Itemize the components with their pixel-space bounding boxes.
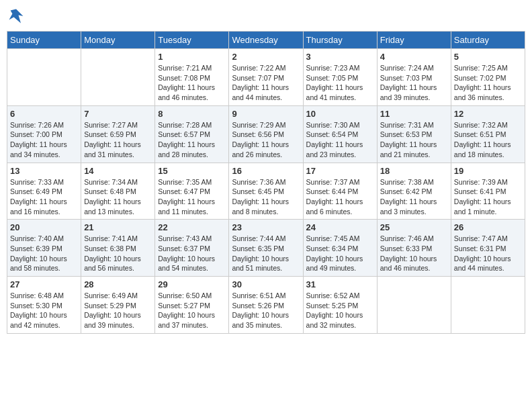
day-info: Sunrise: 7:43 AMSunset: 6:37 PMDaylight:… [158, 234, 226, 273]
calendar-cell: 6Sunrise: 7:26 AMSunset: 7:00 PMDaylight… [7, 105, 81, 163]
day-number: 11 [380, 109, 448, 119]
page-header [7, 7, 525, 26]
calendar-cell: 26Sunrise: 7:47 AMSunset: 6:31 PMDayligh… [451, 220, 525, 277]
day-number: 7 [84, 109, 152, 119]
day-info: Sunrise: 6:51 AMSunset: 5:26 PMDaylight:… [232, 291, 300, 330]
day-number: 27 [10, 279, 78, 289]
calendar-cell [7, 49, 81, 106]
day-number: 14 [84, 166, 152, 176]
day-info: Sunrise: 7:41 AMSunset: 6:38 PMDaylight:… [84, 234, 152, 273]
day-info: Sunrise: 7:30 AMSunset: 6:54 PMDaylight:… [306, 120, 374, 160]
calendar-cell: 3Sunrise: 7:23 AMSunset: 7:05 PMDaylight… [303, 49, 377, 106]
day-info: Sunrise: 7:45 AMSunset: 6:34 PMDaylight:… [306, 234, 374, 273]
calendar-cell: 29Sunrise: 6:50 AMSunset: 5:27 PMDayligh… [155, 277, 229, 334]
day-number: 30 [232, 279, 300, 289]
day-number: 22 [158, 222, 226, 232]
calendar-cell: 17Sunrise: 7:37 AMSunset: 6:44 PMDayligh… [303, 163, 377, 220]
day-info: Sunrise: 7:22 AMSunset: 7:07 PMDaylight:… [232, 63, 300, 103]
logo-bird-icon [7, 7, 26, 26]
day-header-sunday: Sunday [7, 32, 81, 49]
calendar-cell: 28Sunrise: 6:49 AMSunset: 5:29 PMDayligh… [81, 277, 155, 334]
day-info: Sunrise: 7:31 AMSunset: 6:53 PMDaylight:… [380, 120, 448, 160]
calendar-header-row: SundayMondayTuesdayWednesdayThursdayFrid… [7, 32, 525, 49]
calendar-cell: 31Sunrise: 6:52 AMSunset: 5:25 PMDayligh… [303, 277, 377, 334]
day-info: Sunrise: 7:29 AMSunset: 6:56 PMDaylight:… [232, 120, 300, 160]
day-number: 18 [380, 166, 448, 176]
svg-marker-0 [9, 9, 24, 24]
day-number: 9 [232, 109, 300, 119]
calendar-cell: 22Sunrise: 7:43 AMSunset: 6:37 PMDayligh… [155, 220, 229, 277]
calendar-cell: 2Sunrise: 7:22 AMSunset: 7:07 PMDaylight… [229, 49, 303, 106]
calendar-week-row: 1Sunrise: 7:21 AMSunset: 7:08 PMDaylight… [7, 49, 525, 106]
day-info: Sunrise: 7:33 AMSunset: 6:49 PMDaylight:… [10, 177, 78, 217]
calendar-cell: 12Sunrise: 7:32 AMSunset: 6:51 PMDayligh… [451, 105, 525, 163]
day-number: 5 [454, 52, 522, 62]
day-info: Sunrise: 7:21 AMSunset: 7:08 PMDaylight:… [158, 63, 226, 103]
day-info: Sunrise: 7:47 AMSunset: 6:31 PMDaylight:… [454, 234, 522, 273]
day-info: Sunrise: 7:25 AMSunset: 7:02 PMDaylight:… [454, 63, 522, 103]
calendar-cell: 20Sunrise: 7:40 AMSunset: 6:39 PMDayligh… [7, 220, 81, 277]
calendar-cell: 13Sunrise: 7:33 AMSunset: 6:49 PMDayligh… [7, 163, 81, 220]
calendar-cell: 15Sunrise: 7:35 AMSunset: 6:47 PMDayligh… [155, 163, 229, 220]
day-header-thursday: Thursday [303, 32, 377, 49]
day-header-wednesday: Wednesday [229, 32, 303, 49]
day-number: 8 [158, 109, 226, 119]
day-number: 29 [158, 279, 226, 289]
day-number: 6 [10, 109, 78, 119]
day-number: 4 [380, 52, 448, 62]
calendar-cell [451, 277, 525, 334]
calendar-cell: 8Sunrise: 7:28 AMSunset: 6:57 PMDaylight… [155, 105, 229, 163]
calendar-cell: 14Sunrise: 7:34 AMSunset: 6:48 PMDayligh… [81, 163, 155, 220]
day-number: 13 [10, 166, 78, 176]
calendar-cell [377, 277, 451, 334]
calendar-week-row: 13Sunrise: 7:33 AMSunset: 6:49 PMDayligh… [7, 163, 525, 220]
calendar-week-row: 27Sunrise: 6:48 AMSunset: 5:30 PMDayligh… [7, 277, 525, 334]
calendar-cell: 18Sunrise: 7:38 AMSunset: 6:42 PMDayligh… [377, 163, 451, 220]
day-info: Sunrise: 7:28 AMSunset: 6:57 PMDaylight:… [158, 120, 226, 160]
day-info: Sunrise: 7:40 AMSunset: 6:39 PMDaylight:… [10, 234, 78, 273]
day-number: 3 [306, 52, 374, 62]
day-info: Sunrise: 7:37 AMSunset: 6:44 PMDaylight:… [306, 177, 374, 217]
calendar-cell: 11Sunrise: 7:31 AMSunset: 6:53 PMDayligh… [377, 105, 451, 163]
day-header-saturday: Saturday [451, 32, 525, 49]
calendar-cell: 23Sunrise: 7:44 AMSunset: 6:35 PMDayligh… [229, 220, 303, 277]
day-info: Sunrise: 7:24 AMSunset: 7:03 PMDaylight:… [380, 63, 448, 103]
day-info: Sunrise: 7:26 AMSunset: 7:00 PMDaylight:… [10, 120, 78, 160]
calendar-week-row: 20Sunrise: 7:40 AMSunset: 6:39 PMDayligh… [7, 220, 525, 277]
day-info: Sunrise: 7:23 AMSunset: 7:05 PMDaylight:… [306, 63, 374, 103]
day-number: 31 [306, 279, 374, 289]
day-number: 25 [380, 222, 448, 232]
calendar-cell: 24Sunrise: 7:45 AMSunset: 6:34 PMDayligh… [303, 220, 377, 277]
day-info: Sunrise: 7:34 AMSunset: 6:48 PMDaylight:… [84, 177, 152, 217]
day-number: 1 [158, 52, 226, 62]
logo [7, 7, 28, 26]
day-number: 19 [454, 166, 522, 176]
calendar-cell: 25Sunrise: 7:46 AMSunset: 6:33 PMDayligh… [377, 220, 451, 277]
calendar-table: SundayMondayTuesdayWednesdayThursdayFrid… [7, 31, 525, 334]
day-info: Sunrise: 7:39 AMSunset: 6:41 PMDaylight:… [454, 177, 522, 217]
day-header-monday: Monday [81, 32, 155, 49]
calendar-week-row: 6Sunrise: 7:26 AMSunset: 7:00 PMDaylight… [7, 105, 525, 163]
calendar-cell: 4Sunrise: 7:24 AMSunset: 7:03 PMDaylight… [377, 49, 451, 106]
day-number: 28 [84, 279, 152, 289]
calendar-cell: 21Sunrise: 7:41 AMSunset: 6:38 PMDayligh… [81, 220, 155, 277]
day-info: Sunrise: 7:32 AMSunset: 6:51 PMDaylight:… [454, 120, 522, 160]
day-info: Sunrise: 7:27 AMSunset: 6:59 PMDaylight:… [84, 120, 152, 160]
calendar-cell: 16Sunrise: 7:36 AMSunset: 6:45 PMDayligh… [229, 163, 303, 220]
day-number: 20 [10, 222, 78, 232]
day-number: 17 [306, 166, 374, 176]
day-info: Sunrise: 7:38 AMSunset: 6:42 PMDaylight:… [380, 177, 448, 217]
calendar-cell: 27Sunrise: 6:48 AMSunset: 5:30 PMDayligh… [7, 277, 81, 334]
day-number: 16 [232, 166, 300, 176]
day-header-friday: Friday [377, 32, 451, 49]
calendar-cell: 9Sunrise: 7:29 AMSunset: 6:56 PMDaylight… [229, 105, 303, 163]
day-info: Sunrise: 7:36 AMSunset: 6:45 PMDaylight:… [232, 177, 300, 217]
day-number: 10 [306, 109, 374, 119]
calendar-cell: 1Sunrise: 7:21 AMSunset: 7:08 PMDaylight… [155, 49, 229, 106]
calendar-cell: 5Sunrise: 7:25 AMSunset: 7:02 PMDaylight… [451, 49, 525, 106]
calendar-cell: 10Sunrise: 7:30 AMSunset: 6:54 PMDayligh… [303, 105, 377, 163]
day-info: Sunrise: 6:52 AMSunset: 5:25 PMDaylight:… [306, 291, 374, 330]
calendar-cell: 7Sunrise: 7:27 AMSunset: 6:59 PMDaylight… [81, 105, 155, 163]
day-number: 24 [306, 222, 374, 232]
day-info: Sunrise: 7:46 AMSunset: 6:33 PMDaylight:… [380, 234, 448, 273]
